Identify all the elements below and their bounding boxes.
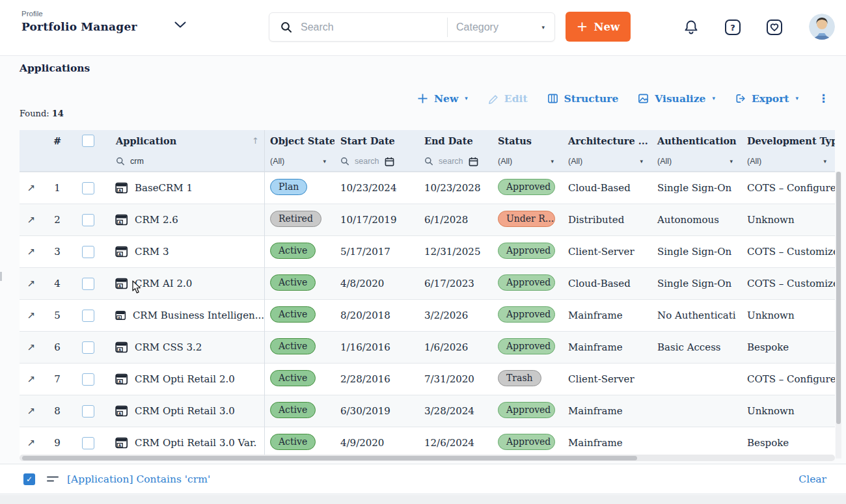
row-checkbox[interactable] xyxy=(82,246,94,258)
open-object-arrow-icon[interactable]: ↗ xyxy=(20,246,43,258)
application-cell[interactable]: A CRM CSS 3.2 xyxy=(104,341,264,353)
select-all-checkbox[interactable] xyxy=(82,135,94,147)
table-row[interactable]: ↗ 1 A BaseCRM 1 Plan 10/23/2024 10/23/20… xyxy=(20,172,835,204)
application-cell[interactable]: A CRM 2.6 xyxy=(104,214,264,226)
start-date-cell: 5/17/2017 xyxy=(334,246,418,258)
architecture-filter-select[interactable]: (All) ▾ xyxy=(562,157,651,166)
search-field[interactable]: Search xyxy=(269,21,447,33)
sort-ascending-icon[interactable]: ↑ xyxy=(252,136,259,146)
toolbar-structure-button[interactable]: Structure xyxy=(547,92,619,105)
plus-icon: + xyxy=(577,20,588,34)
application-cell[interactable]: A CRM Opti Retail 3.0 Var. xyxy=(104,437,264,449)
chevron-down-icon: ▾ xyxy=(465,95,468,101)
vertical-scrollbar-thumb[interactable] xyxy=(836,172,841,424)
application-name: CRM Opti Retail 3.0 xyxy=(135,405,235,417)
end-date-cell: 1/6/2026 xyxy=(418,341,492,353)
toolbar-export-button[interactable]: Export ▾ xyxy=(735,92,798,105)
application-cell[interactable]: A CRM Business Intelligen... xyxy=(104,310,264,321)
application-filter-input[interactable]: crm xyxy=(104,157,264,166)
row-checkbox[interactable] xyxy=(82,341,94,354)
status-pill: Approved xyxy=(498,338,555,354)
col-architecture[interactable]: Architecture ... xyxy=(562,135,651,146)
start-date-filter-input[interactable]: search xyxy=(334,157,418,166)
table-row[interactable]: ↗ 7 A CRM Opti Retail 2.0 Active 2/28/20… xyxy=(20,363,835,395)
filter-all-label: (All) xyxy=(498,157,512,166)
clear-filter-button[interactable]: Clear xyxy=(798,473,826,485)
table-row[interactable]: ↗ 3 A CRM 3 Active 5/17/2017 12/31/2025 … xyxy=(20,235,835,267)
start-date-cell: 1/16/2016 xyxy=(334,341,418,353)
horizontal-scrollbar[interactable] xyxy=(20,455,835,461)
architecture-cell: Mainframe xyxy=(562,405,651,417)
horizontal-scrollbar-thumb[interactable] xyxy=(22,456,637,460)
toolbar-visualize-button[interactable]: Visualize ▾ xyxy=(638,92,715,105)
application-cell[interactable]: A BaseCRM 1 xyxy=(104,182,264,194)
row-checkbox[interactable] xyxy=(82,405,94,418)
col-number: # xyxy=(43,135,72,146)
application-cell[interactable]: A CRM 3 xyxy=(104,246,264,258)
col-end-date[interactable]: End Date xyxy=(418,135,492,146)
application-name: CRM Business Intelligen... xyxy=(133,310,264,321)
global-search-bar[interactable]: Search Category ▾ xyxy=(269,12,555,42)
end-date-filter-input[interactable]: search xyxy=(418,157,492,166)
toolbar-new-button[interactable]: New ▾ xyxy=(417,92,468,105)
row-checkbox[interactable] xyxy=(82,310,94,322)
chevron-down-icon[interactable] xyxy=(174,21,186,29)
open-object-arrow-icon[interactable]: ↗ xyxy=(20,278,43,289)
object-state-filter-select[interactable]: (All) ▾ xyxy=(264,157,334,166)
category-dropdown[interactable]: Category ▾ xyxy=(448,13,554,41)
col-status[interactable]: Status xyxy=(492,135,562,146)
col-development-type[interactable]: Development Type xyxy=(741,135,835,146)
open-object-arrow-icon[interactable]: ↗ xyxy=(20,310,43,321)
notifications-bell-icon[interactable] xyxy=(682,18,700,36)
table-row[interactable]: ↗ 9 A CRM Opti Retail 3.0 Var. Active 4/… xyxy=(20,427,835,458)
start-date-cell: 4/8/2020 xyxy=(334,278,418,289)
col-application[interactable]: Application ↑ xyxy=(104,135,264,146)
row-checkbox[interactable] xyxy=(82,373,94,386)
open-object-arrow-icon[interactable]: ↗ xyxy=(20,373,43,385)
calendar-icon[interactable] xyxy=(469,157,478,166)
vertical-scrollbar[interactable] xyxy=(836,172,841,458)
open-object-arrow-icon[interactable]: ↗ xyxy=(20,341,43,353)
table-row[interactable]: ↗ 5 A CRM Business Intelligen... Active … xyxy=(20,299,835,331)
help-icon[interactable]: ? xyxy=(724,18,742,36)
application-cell[interactable]: A CRM Opti Retail 3.0 xyxy=(104,405,264,417)
col-authentication[interactable]: Authentication xyxy=(651,135,741,146)
favorites-heart-icon[interactable] xyxy=(765,18,784,36)
development-type-filter-select[interactable]: (All) ▾ xyxy=(741,157,835,166)
table-row[interactable]: ↗ 8 A CRM Opti Retail 3.0 Active 6/30/20… xyxy=(20,395,835,427)
open-object-arrow-icon[interactable]: ↗ xyxy=(20,182,43,194)
chevron-down-icon: ▾ xyxy=(640,158,643,165)
status-filter-select[interactable]: (All) ▾ xyxy=(492,157,562,166)
open-object-arrow-icon[interactable]: ↗ xyxy=(20,405,43,417)
row-checkbox[interactable] xyxy=(82,437,94,449)
search-icon xyxy=(280,21,292,33)
more-actions-kebab-icon[interactable]: ⋮ xyxy=(818,92,829,105)
application-cell[interactable]: A CRM AI 2.0 xyxy=(104,278,264,289)
col-object-state[interactable]: Object State xyxy=(264,135,334,146)
table-row[interactable]: ↗ 6 A CRM CSS 3.2 Active 1/16/2016 1/6/2… xyxy=(20,331,835,363)
row-checkbox[interactable] xyxy=(82,214,94,226)
table-row[interactable]: ↗ 2 A CRM 2.6 Retired 10/17/2019 6/1/202… xyxy=(20,204,835,235)
new-button[interactable]: + New xyxy=(566,12,631,42)
user-avatar[interactable] xyxy=(809,14,835,40)
table-row[interactable]: ↗ 4 A CRM AI 2.0 Active 4/8/2020 6/17/20… xyxy=(20,267,835,299)
calendar-icon[interactable] xyxy=(385,157,394,166)
row-checkbox[interactable] xyxy=(82,182,94,194)
open-object-arrow-icon[interactable]: ↗ xyxy=(20,214,43,226)
profile-selector[interactable]: Profile Portfolio Manager xyxy=(21,10,137,33)
open-object-arrow-icon[interactable]: ↗ xyxy=(20,437,43,449)
row-number: 3 xyxy=(43,246,72,258)
filter-active-checkbox[interactable]: ✓ xyxy=(23,473,35,485)
application-name: CRM 3 xyxy=(135,246,169,258)
application-cell[interactable]: A CRM Opti Retail 2.0 xyxy=(104,373,264,385)
active-filter-text[interactable]: [Application] Contains 'crm' xyxy=(67,473,210,485)
toolbar-edit-button[interactable]: Edit xyxy=(487,92,528,105)
authentication-cell: Autonomous xyxy=(651,214,741,226)
object-state-pill: Retired xyxy=(270,211,321,227)
col-start-date[interactable]: Start Date xyxy=(334,135,418,146)
authentication-filter-select[interactable]: (All) ▾ xyxy=(651,157,741,166)
svg-text:A: A xyxy=(118,220,122,224)
bottom-background-strip xyxy=(0,495,846,504)
page-title: Applications xyxy=(20,62,90,74)
row-checkbox[interactable] xyxy=(82,278,94,290)
